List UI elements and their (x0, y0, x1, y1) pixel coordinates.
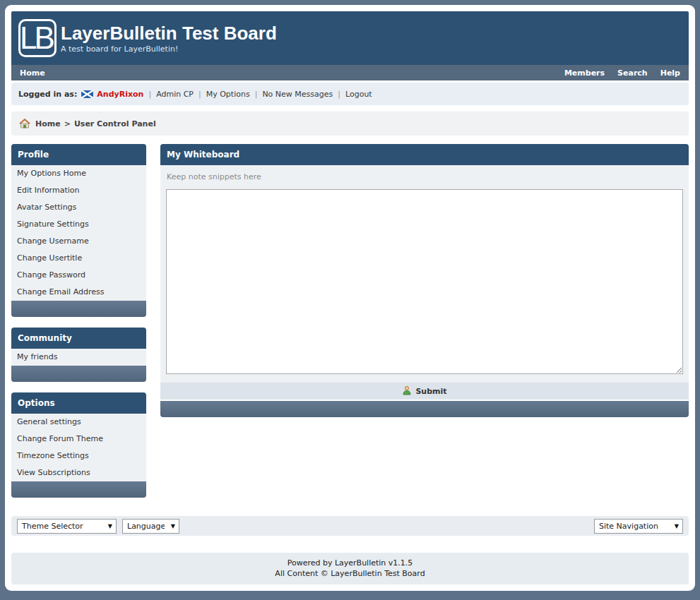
main-navbar: Home Members Search Help (11, 65, 689, 80)
sidebar-item-general-settings[interactable]: General settings (11, 414, 146, 431)
language-dropdown[interactable]: Language (123, 520, 179, 533)
breadcrumb: Home > User Control Panel (11, 112, 689, 136)
sidebar-item-my-options-home[interactable]: My Options Home (11, 165, 146, 182)
submit-label: Submit (415, 387, 446, 396)
section-body: My Options Home Edit Information Avatar … (11, 165, 146, 301)
site-header: LB LayerBulletin Test Board A test board… (11, 11, 689, 65)
nav-help[interactable]: Help (660, 68, 680, 78)
site-footer: Powered by LayerBulletin v1.1.5 All Cont… (11, 553, 689, 584)
sidebar-section-community: Community My friends (11, 328, 146, 382)
section-body: My friends (11, 349, 146, 366)
breadcrumb-current: User Control Panel (74, 119, 156, 128)
section-title-profile: Profile (11, 144, 146, 165)
separator: | (255, 90, 258, 99)
whiteboard-textarea[interactable] (166, 189, 683, 374)
footer-copyright: All Content © LayerBulletin Test Board (11, 568, 689, 579)
page-container: LB LayerBulletin Test Board A test board… (5, 5, 695, 591)
sidebar-section-profile: Profile My Options Home Edit Information… (11, 144, 146, 317)
site-logo[interactable]: LB (18, 19, 57, 57)
nav-home[interactable]: Home (20, 68, 45, 78)
bottom-toolbar: Theme Selector ▼ Language ▼ Site Navigat… (11, 516, 689, 536)
breadcrumb-home-link[interactable]: Home (35, 119, 61, 128)
whiteboard-panel: My Whiteboard Keep note snippets here Su… (160, 144, 689, 417)
nav-right-group: Members Search Help (564, 68, 680, 78)
home-icon (19, 119, 30, 128)
logged-in-label: Logged in as: (18, 90, 77, 99)
sidebar-item-signature-settings[interactable]: Signature Settings (11, 216, 146, 233)
sidebar-item-change-usertitle[interactable]: Change Usertitle (11, 250, 146, 267)
whiteboard-title: My Whiteboard (160, 144, 689, 165)
panel-footer-bar (160, 401, 689, 417)
sidebar-item-change-forum-theme[interactable]: Change Forum Theme (11, 431, 146, 448)
nav-members[interactable]: Members (564, 68, 605, 78)
site-title: LayerBulletin Test Board (61, 23, 277, 43)
sidebar-item-avatar-settings[interactable]: Avatar Settings (11, 199, 146, 216)
sidebar-item-edit-information[interactable]: Edit Information (11, 182, 146, 199)
scotland-flag-icon (81, 90, 93, 98)
whiteboard-hint: Keep note snippets here (167, 172, 683, 181)
content-columns: Profile My Options Home Edit Information… (11, 144, 689, 498)
section-footer-bar (11, 481, 146, 498)
sidebar-item-change-password[interactable]: Change Password (11, 267, 146, 284)
section-body: General settings Change Forum Theme Time… (11, 414, 146, 481)
messages-link[interactable]: No New Messages (262, 90, 333, 99)
site-titles: LayerBulletin Test Board A test board fo… (61, 23, 277, 54)
footer-powered-by: Powered by LayerBulletin v1.1.5 (11, 558, 689, 568)
my-options-link[interactable]: My Options (206, 90, 250, 99)
theme-selector-dropdown[interactable]: Theme Selector (18, 520, 116, 533)
section-footer-bar (11, 301, 146, 317)
site-navigation-dropdown[interactable]: Site Navigation (595, 520, 682, 533)
sidebar-item-timezone-settings[interactable]: Timezone Settings (11, 448, 146, 464)
sidebar-section-options: Options General settings Change Forum Th… (11, 392, 146, 498)
separator: | (338, 90, 340, 99)
submit-button[interactable]: Submit (160, 383, 689, 400)
sidebar-item-change-username[interactable]: Change Username (11, 233, 146, 250)
sidebar-item-view-subscriptions[interactable]: View Subscriptions (11, 464, 146, 481)
admin-cp-link[interactable]: Admin CP (156, 90, 194, 99)
site-subtitle: A test board for LayerBulletin! (61, 44, 277, 54)
section-footer-bar (11, 366, 146, 382)
section-title-community: Community (11, 328, 146, 349)
user-status-bar: Logged in as: AndyRixon | Admin CP | My … (11, 83, 689, 105)
nav-search[interactable]: Search (617, 68, 648, 78)
site-navigation-wrap: Site Navigation ▼ (594, 519, 683, 534)
username-link[interactable]: AndyRixon (97, 90, 143, 99)
separator: | (198, 90, 201, 99)
language-selector-wrap: Language ▼ (122, 519, 179, 534)
theme-selector-wrap: Theme Selector ▼ (17, 519, 117, 534)
sidebar-item-change-email-address[interactable]: Change Email Address (11, 284, 146, 301)
whiteboard-body: Keep note snippets here (160, 165, 689, 383)
sidebar: Profile My Options Home Edit Information… (11, 144, 146, 498)
logout-link[interactable]: Logout (345, 90, 372, 99)
breadcrumb-separator: > (64, 119, 71, 128)
separator: | (148, 90, 151, 99)
section-title-options: Options (11, 392, 146, 414)
user-submit-icon (402, 385, 412, 397)
sidebar-item-my-friends[interactable]: My friends (11, 349, 146, 366)
